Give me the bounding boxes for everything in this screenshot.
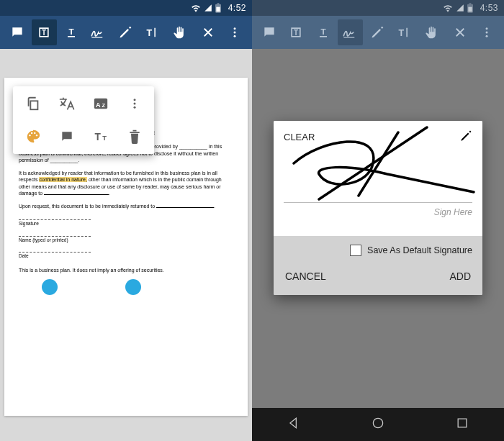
svg-point-9 <box>234 32 236 34</box>
svg-rect-11 <box>30 101 37 109</box>
svg-point-10 <box>234 35 236 37</box>
svg-text:T: T <box>68 27 73 36</box>
comment-tool-button <box>256 19 282 45</box>
cell-signal-icon <box>456 4 464 12</box>
wifi-icon <box>443 4 453 12</box>
highlight-tool-button[interactable]: T <box>32 19 58 45</box>
highlight-tool-button: T <box>284 19 310 45</box>
nav-back-button[interactable] <box>287 416 301 433</box>
svg-point-21 <box>35 135 37 136</box>
underline-tool-button[interactable]: T <box>58 19 84 45</box>
battery-icon <box>215 3 221 13</box>
status-bar: 4:53 <box>252 0 504 16</box>
svg-text:T: T <box>294 29 298 37</box>
cancel-button[interactable]: CANCEL <box>284 268 328 285</box>
svg-point-15 <box>133 99 135 101</box>
svg-point-20 <box>34 132 35 134</box>
svg-point-18 <box>29 135 30 136</box>
annotation-toolbar-dimmed: T T T <box>252 16 504 49</box>
status-time: 4:52 <box>228 3 246 13</box>
blank-field <box>44 191 109 195</box>
name-field: Name (typed or printed) <box>19 232 233 244</box>
translate-button[interactable] <box>50 91 84 117</box>
signature-field: Signature <box>19 215 233 227</box>
nav-home-button[interactable] <box>371 416 385 433</box>
selection-handle-start[interactable] <box>42 279 58 295</box>
android-navbar <box>252 408 504 441</box>
annotation-toolbar: T T T <box>0 16 252 49</box>
status-time: 4:53 <box>480 3 498 13</box>
svg-point-16 <box>133 103 135 105</box>
footer-text: This is a business plan. It does not imp… <box>19 267 233 273</box>
save-default-checkbox[interactable] <box>350 245 361 256</box>
svg-point-17 <box>133 106 135 109</box>
text-insert-tool-button: T <box>392 19 418 45</box>
svg-point-19 <box>30 132 32 134</box>
pan-tool-button <box>418 19 444 45</box>
define-button[interactable]: AZ <box>84 91 117 117</box>
text-style-button[interactable]: TT <box>84 124 117 150</box>
svg-text:T: T <box>42 29 46 37</box>
svg-point-33 <box>486 32 488 34</box>
paragraph-3: Upon request, this document is to be imm… <box>19 203 233 209</box>
draw-tool-button <box>364 19 390 45</box>
svg-point-34 <box>486 35 488 37</box>
svg-point-35 <box>373 418 382 427</box>
delete-annotation-button[interactable] <box>117 124 151 150</box>
add-button[interactable]: ADD <box>448 268 472 285</box>
signature-tool-button <box>338 19 364 45</box>
sign-here-placeholder: Sign Here <box>274 207 472 217</box>
wifi-icon <box>191 4 201 12</box>
text-selection-context-menu: AZ TT <box>13 86 154 154</box>
overflow-menu-button[interactable] <box>222 19 248 45</box>
blank-field <box>156 204 214 208</box>
status-bar: 4:52 <box>0 0 252 16</box>
add-note-button[interactable] <box>50 124 84 150</box>
draw-tool-button[interactable] <box>112 19 138 45</box>
svg-text:T: T <box>94 132 101 142</box>
close-toolbar-button <box>447 19 473 45</box>
date-field: Date <box>19 247 233 260</box>
save-default-label: Save As Default Signature <box>367 245 472 255</box>
signature-canvas[interactable]: CLEAR Sign Here <box>274 121 482 236</box>
pan-tool-button[interactable] <box>166 19 192 45</box>
cell-signal-icon <box>204 4 212 12</box>
svg-text:T: T <box>102 134 107 142</box>
overflow-menu-button <box>474 19 500 45</box>
highlight-color-button[interactable] <box>16 124 50 150</box>
comment-tool-button[interactable] <box>4 19 30 45</box>
svg-rect-36 <box>458 419 467 427</box>
svg-text:Z: Z <box>102 102 105 109</box>
selection-handle-end[interactable] <box>125 279 141 295</box>
svg-point-8 <box>234 27 236 29</box>
battery-icon <box>467 3 473 13</box>
right-screenshot: 4:53 T T T <box>252 0 504 441</box>
close-toolbar-button[interactable] <box>195 19 221 45</box>
highlighted-text[interactable]: confidential in nature, <box>39 177 87 182</box>
signature-baseline <box>284 202 472 203</box>
svg-rect-0 <box>216 7 220 12</box>
signature-stroke <box>279 124 481 210</box>
signature-tool-button[interactable] <box>86 19 112 45</box>
copy-button[interactable] <box>16 91 50 117</box>
svg-point-32 <box>486 27 488 29</box>
nav-recent-button[interactable] <box>455 416 469 433</box>
svg-rect-24 <box>468 7 472 12</box>
signature-dialog: CLEAR Sign Here Save As Default Signatur… <box>274 121 482 295</box>
svg-text:A: A <box>96 101 101 109</box>
left-screenshot: 4:52 T T T <box>0 0 252 441</box>
svg-text:T: T <box>320 27 325 36</box>
text-insert-tool-button[interactable]: T <box>140 19 166 45</box>
underline-tool-button: T <box>310 19 336 45</box>
svg-text:T: T <box>146 28 152 38</box>
paragraph-2: It is acknowledged by reader that inform… <box>19 170 233 197</box>
svg-text:T: T <box>398 28 404 38</box>
popup-overflow-button[interactable] <box>117 91 151 117</box>
